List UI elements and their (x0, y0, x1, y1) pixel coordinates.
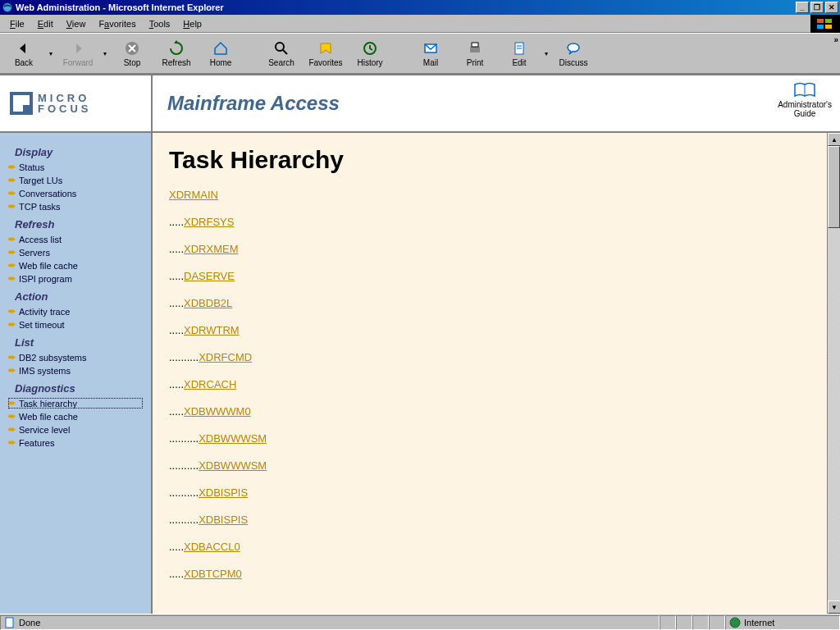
sidebar-item-target-lus[interactable]: ➨Target LUs (8, 175, 143, 185)
task-link-xdbaccl0[interactable]: XDBACCL0 (184, 541, 240, 553)
status-seg-1 (660, 615, 676, 630)
sidebar-group-title: List (15, 336, 143, 349)
page-title: Mainframe Access (167, 92, 340, 115)
print-button[interactable]: Print (453, 34, 497, 72)
security-zone: Internet (725, 615, 840, 630)
task-link-xdbwwwsm[interactable]: XDBWWWSM (199, 459, 267, 472)
maximize-button[interactable]: ❐ (810, 2, 824, 13)
logo-mark-icon (10, 92, 33, 115)
task-line: .....XDRXMEM (169, 243, 824, 255)
arrow-icon: ➨ (8, 424, 16, 435)
scroll-up-button[interactable]: ▲ (828, 133, 840, 146)
sidebar-item-label: Activity trace (19, 307, 70, 317)
menu-edit[interactable]: Edit (31, 17, 60, 30)
arrow-icon: ➨ (8, 437, 16, 448)
sidebar-item-activity-trace[interactable]: ➨Activity trace (8, 306, 143, 317)
scroll-thumb[interactable] (828, 146, 840, 228)
brand-logo: MICRO FOCUS (0, 75, 153, 131)
search-button[interactable]: Search (259, 34, 304, 72)
task-link-xdbispis[interactable]: XDBISPIS (199, 486, 248, 499)
back-button[interactable]: Back (2, 34, 46, 72)
minimize-button[interactable]: _ (796, 2, 809, 13)
sidebar-item-servers[interactable]: ➨Servers (8, 247, 143, 258)
task-link-xdrfcmd[interactable]: XDRFCMD (199, 351, 252, 363)
mail-icon (422, 40, 439, 57)
scroll-track[interactable] (828, 146, 840, 600)
sidebar-item-db2-subsystems[interactable]: ➨DB2 subsystems (8, 352, 143, 363)
stop-button[interactable]: Stop (110, 34, 154, 72)
sidebar-item-web-file-cache[interactable]: ➨Web file cache (8, 411, 143, 422)
task-list: XDRMAIN.....XDRFSYS.....XDRXMEM.....DASE… (169, 189, 824, 580)
task-link-xdrcach[interactable]: XDRCACH (184, 378, 236, 390)
history-icon (362, 40, 378, 57)
status-seg-4 (709, 615, 725, 630)
sidebar-item-web-file-cache[interactable]: ➨Web file cache (8, 260, 143, 271)
sidebar-item-label: Web file cache (19, 261, 78, 271)
task-link-xdbwwwm0[interactable]: XDBWWWM0 (184, 405, 251, 418)
admin-guide-link[interactable]: Administrator's Guide (778, 82, 832, 118)
sidebar-group-title: Refresh (15, 218, 143, 231)
sidebar-item-label: Conversations (19, 189, 76, 199)
sidebar-item-service-level[interactable]: ➨Service level (8, 424, 143, 435)
menu-favorites[interactable]: Favorites (92, 17, 142, 30)
task-link-xdbdb2l[interactable]: XDBDB2L (184, 297, 232, 309)
task-link-xdbwwwsm[interactable]: XDBWWWSM (199, 432, 267, 445)
home-button[interactable]: Home (199, 34, 243, 72)
menu-view[interactable]: View (60, 17, 93, 30)
svg-rect-4 (825, 25, 832, 29)
discuss-icon (565, 40, 582, 57)
content-frame: MICRO FOCUS Mainframe Access Administrat… (0, 74, 840, 614)
task-link-xdrmain[interactable]: XDRMAIN (169, 189, 218, 201)
favorites-button[interactable]: Favorites (304, 34, 348, 72)
forward-button[interactable]: Forward (56, 34, 100, 72)
task-line: ..........XDRFCMD (169, 351, 824, 363)
task-link-xdrfsys[interactable]: XDRFSYS (184, 216, 234, 228)
history-button[interactable]: History (348, 34, 392, 72)
task-line: .....XDRWTRM (169, 324, 824, 336)
task-link-daserve[interactable]: DASERVE (184, 270, 235, 282)
sidebar-item-ims-systems[interactable]: ➨IMS systems (8, 365, 143, 376)
task-line: .....XDBWWWM0 (169, 405, 824, 418)
task-link-xdrxmem[interactable]: XDRXMEM (184, 243, 238, 255)
arrow-icon: ➨ (8, 352, 16, 363)
sidebar-item-access-list[interactable]: ➨Access list (8, 234, 143, 244)
sidebar-item-conversations[interactable]: ➨Conversations (8, 188, 143, 199)
page-header: Mainframe Access Administrator's Guide (153, 75, 840, 131)
refresh-button[interactable]: Refresh (154, 34, 199, 72)
task-line: ..........XDBISPIS (169, 514, 824, 526)
sidebar-item-task-hierarchy[interactable]: ➨Task hierarchy (8, 398, 143, 409)
sidebar-item-set-timeout[interactable]: ➨Set timeout (8, 319, 143, 330)
favorites-icon (317, 40, 334, 57)
task-line: .....XDBACCL0 (169, 541, 824, 553)
menu-help[interactable]: Help (176, 17, 208, 30)
sidebar-item-ispi-program[interactable]: ➨ISPI program (8, 273, 143, 284)
task-link-xdrwtrm[interactable]: XDRWTRM (184, 324, 240, 336)
vertical-scrollbar[interactable]: ▲ ▼ (827, 133, 840, 614)
sidebar-item-status[interactable]: ➨Status (8, 162, 143, 172)
task-line: ..........XDBISPIS (169, 486, 824, 499)
task-link-xdbispis[interactable]: XDBISPIS (199, 514, 248, 526)
arrow-icon: ➨ (8, 175, 16, 185)
scroll-down-button[interactable]: ▼ (828, 600, 840, 614)
toolbar: Back ▾ Forward ▾ Stop Refresh Home Searc… (0, 33, 840, 74)
sidebar-item-tcp-tasks[interactable]: ➨TCP tasks (8, 201, 143, 212)
svg-point-0 (3, 3, 12, 12)
sidebar-item-features[interactable]: ➨Features (8, 437, 143, 448)
menu-tools[interactable]: Tools (143, 17, 177, 30)
close-button[interactable]: ✕ (825, 2, 838, 13)
task-link-xdbtcpm0[interactable]: XDBTCPM0 (184, 568, 242, 580)
back-dropdown[interactable]: ▾ (46, 34, 56, 72)
sidebar-item-label: Servers (19, 248, 50, 258)
arrow-icon: ➨ (8, 411, 16, 422)
forward-dropdown[interactable]: ▾ (100, 34, 110, 72)
edit-button[interactable]: Edit (497, 34, 541, 72)
home-icon (212, 40, 229, 57)
mail-button[interactable]: Mail (409, 34, 453, 72)
menu-file[interactable]: File (3, 17, 31, 30)
toolbar-more-icon[interactable]: » (833, 35, 838, 44)
edit-dropdown[interactable]: ▾ (541, 34, 551, 72)
sidebar: Display➨Status➨Target LUs➨Conversations➨… (0, 133, 153, 614)
svg-point-6 (276, 43, 284, 51)
sidebar-item-label: ISPI program (19, 274, 72, 284)
discuss-button[interactable]: Discuss (551, 34, 596, 72)
